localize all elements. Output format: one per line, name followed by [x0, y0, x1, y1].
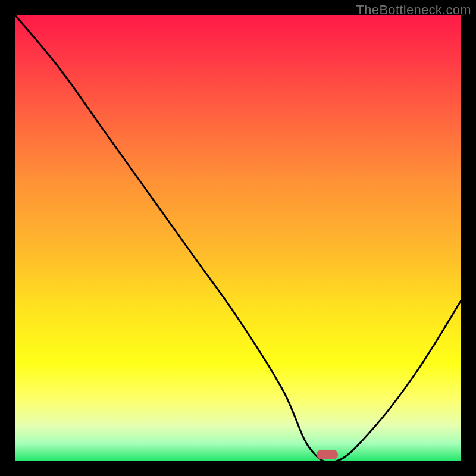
plot-area: [15, 15, 461, 461]
chart-frame: TheBottleneck.com: [0, 0, 476, 476]
background-gradient: [15, 15, 461, 461]
